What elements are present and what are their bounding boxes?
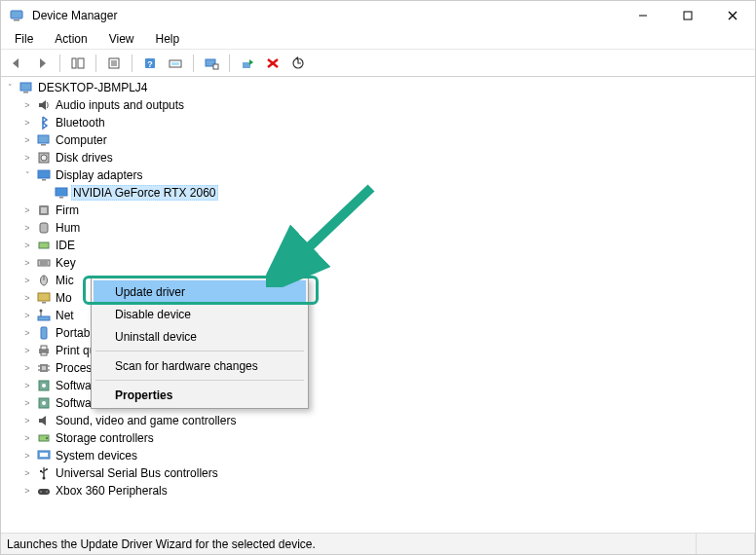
expander-icon[interactable]: > xyxy=(20,116,34,130)
computer-icon xyxy=(36,132,52,148)
app-icon xyxy=(9,8,24,23)
toolbar-separator xyxy=(59,55,60,72)
svg-rect-63 xyxy=(40,453,48,457)
context-menu-item-label: Uninstall device xyxy=(115,330,197,344)
window-title: Device Manager xyxy=(32,9,621,22)
context-menu-separator xyxy=(95,351,304,352)
minimize-button[interactable] xyxy=(621,1,665,30)
expander-icon[interactable]: > xyxy=(20,204,34,217)
svg-rect-33 xyxy=(41,207,47,213)
expander-icon[interactable]: > xyxy=(20,396,34,410)
menu-action[interactable]: Action xyxy=(45,30,96,49)
expander-icon[interactable]: > xyxy=(20,449,34,462)
expander-icon[interactable]: > xyxy=(20,221,34,235)
title-bar: Device Manager xyxy=(1,1,755,30)
tree-node[interactable]: >Computer xyxy=(3,131,755,149)
expander-icon[interactable]: > xyxy=(20,484,34,498)
expander-icon[interactable]: > xyxy=(20,309,34,322)
show-hide-tree-button[interactable] xyxy=(66,53,90,74)
tree-root[interactable]: ˅ DESKTOP-JBMPLJ4 xyxy=(3,79,755,96)
expander-icon[interactable]: > xyxy=(20,414,34,427)
expander-icon[interactable]: > xyxy=(20,274,34,287)
expander-icon[interactable]: > xyxy=(20,326,34,340)
svg-rect-0 xyxy=(11,11,22,18)
svg-rect-25 xyxy=(41,144,46,146)
tree-node[interactable]: NVIDIA GeForce RTX 2060 xyxy=(3,184,755,202)
device-tree[interactable]: ˅ DESKTOP-JBMPLJ4 >Audio inputs and outp… xyxy=(1,77,755,533)
expander-icon[interactable]: > xyxy=(20,239,34,252)
svg-point-61 xyxy=(46,437,48,439)
menu-help[interactable]: Help xyxy=(146,30,190,49)
tree-node[interactable]: >IDE xyxy=(3,237,755,254)
tree-node[interactable]: >Universal Serial Bus controllers xyxy=(3,464,755,482)
expander-icon[interactable]: > xyxy=(20,256,34,270)
portable-icon xyxy=(36,325,52,341)
tree-node[interactable]: >System devices xyxy=(3,447,755,464)
tree-node[interactable]: >Bluetooth xyxy=(3,114,755,131)
uninstall-device-button[interactable] xyxy=(261,53,284,74)
expander-icon[interactable]: > xyxy=(20,361,34,375)
status-cell-empty xyxy=(697,534,755,554)
context-menu-scan-hardware[interactable]: Scan for hardware changes xyxy=(94,354,306,377)
tree-node-label: Mic xyxy=(54,274,76,287)
monitor-icon xyxy=(36,290,52,306)
expander-icon[interactable]: > xyxy=(20,431,34,445)
svg-rect-66 xyxy=(40,470,42,472)
back-button[interactable] xyxy=(5,53,28,74)
menu-view[interactable]: View xyxy=(99,30,144,49)
svg-point-57 xyxy=(42,384,46,388)
expander-icon[interactable]: > xyxy=(20,151,34,165)
svg-rect-18 xyxy=(243,62,250,68)
help-button[interactable]: ? xyxy=(138,53,162,74)
svg-rect-29 xyxy=(42,179,46,181)
tree-node[interactable]: >Firm xyxy=(3,202,755,219)
svg-point-65 xyxy=(46,468,48,470)
scan-hardware-button[interactable] xyxy=(200,53,223,74)
tree-node-label: Sound, video and game controllers xyxy=(54,414,238,427)
computer-icon xyxy=(19,80,34,95)
tree-node-label: NVIDIA GeForce RTX 2060 xyxy=(71,185,218,201)
expander-icon[interactable]: > xyxy=(20,466,34,480)
close-button[interactable] xyxy=(710,1,755,30)
tree-node[interactable]: >Xbox 360 Peripherals xyxy=(3,482,755,500)
expander-icon[interactable]: > xyxy=(20,133,34,147)
context-menu-properties[interactable]: Properties xyxy=(94,384,306,406)
devices-by-type-button[interactable] xyxy=(164,53,187,74)
maximize-button[interactable] xyxy=(665,1,710,30)
expander-icon[interactable]: > xyxy=(20,291,34,305)
context-menu-update-driver[interactable]: Update driver xyxy=(94,280,306,303)
svg-rect-42 xyxy=(42,302,46,304)
context-menu-uninstall-device[interactable]: Uninstall device xyxy=(94,325,306,348)
context-menu-item-label: Update driver xyxy=(115,285,185,299)
svg-rect-31 xyxy=(59,197,63,199)
menu-file[interactable]: File xyxy=(5,30,43,49)
keyboard-icon xyxy=(36,255,52,271)
properties-button[interactable] xyxy=(102,53,126,74)
expander-icon[interactable]: ˅ xyxy=(20,168,34,182)
expander-icon[interactable]: > xyxy=(20,98,34,112)
enable-device-button[interactable] xyxy=(236,53,259,74)
svg-rect-43 xyxy=(38,316,50,320)
tree-node[interactable]: >Audio inputs and outputs xyxy=(3,96,755,114)
tree-node[interactable]: >Sound, video and game controllers xyxy=(3,412,755,429)
svg-rect-30 xyxy=(56,188,67,196)
svg-rect-36 xyxy=(38,260,50,266)
tree-node[interactable]: >Storage controllers xyxy=(3,429,755,447)
context-menu-item-label: Properties xyxy=(115,388,172,402)
svg-rect-49 xyxy=(41,352,47,355)
svg-point-27 xyxy=(41,155,47,161)
expander-icon[interactable]: > xyxy=(20,344,34,357)
expander-icon[interactable]: ˅ xyxy=(3,81,17,94)
tree-node[interactable]: >Hum xyxy=(3,219,755,237)
svg-rect-6 xyxy=(72,58,76,68)
context-menu-disable-device[interactable]: Disable device xyxy=(94,303,306,325)
svg-rect-3 xyxy=(684,12,692,19)
update-driver-button[interactable] xyxy=(286,53,310,74)
tree-node-label: IDE xyxy=(54,239,77,252)
tree-node[interactable]: >Key xyxy=(3,254,755,272)
expander-icon[interactable]: > xyxy=(20,379,34,392)
tree-node-label: Display adapters xyxy=(54,168,144,182)
tree-node[interactable]: >Disk drives xyxy=(3,149,755,166)
tree-node[interactable]: ˅Display adapters xyxy=(3,166,755,184)
forward-button[interactable] xyxy=(30,53,54,74)
